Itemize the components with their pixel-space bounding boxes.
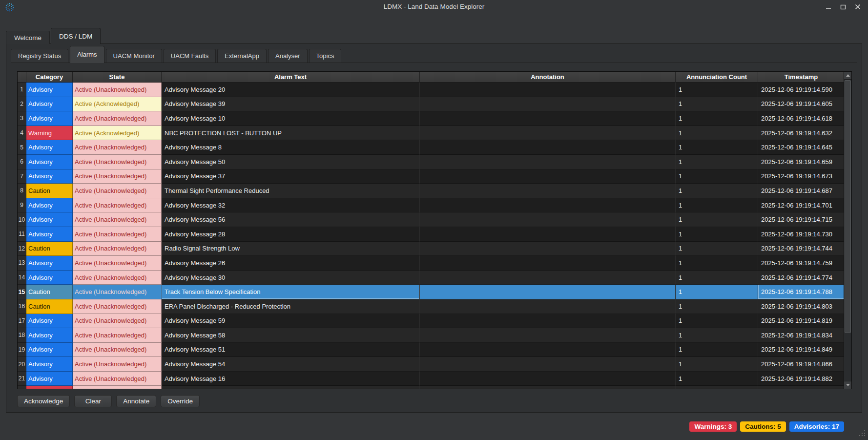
state-cell[interactable]: Active (Unacknowledged) xyxy=(73,198,162,213)
row-number-cell[interactable]: 19 xyxy=(18,343,26,357)
state-cell[interactable]: Active (Unacknowledged) xyxy=(73,242,162,256)
table-row[interactable]: 13AdvisoryActive (Unacknowledged)Advisor… xyxy=(18,256,851,271)
annunciation-count-cell[interactable]: 1 xyxy=(676,343,758,357)
category-cell[interactable]: Caution xyxy=(26,285,73,299)
scroll-up-icon[interactable] xyxy=(844,72,851,80)
category-cell[interactable]: Caution xyxy=(26,242,73,256)
timestamp-cell[interactable]: 2025-12-06 19:19:14.819 xyxy=(758,314,845,329)
category-cell[interactable]: Advisory xyxy=(26,140,73,155)
category-cell[interactable]: Advisory xyxy=(26,271,73,285)
annotation-cell[interactable] xyxy=(420,242,676,256)
annotation-cell[interactable] xyxy=(420,155,676,169)
annunciation-count-cell[interactable]: 1 xyxy=(676,314,758,329)
category-cell[interactable]: Advisory xyxy=(26,328,73,343)
state-cell[interactable]: Active (Unacknowledged) xyxy=(73,169,162,184)
annunciation-count-cell[interactable]: 1 xyxy=(676,285,758,299)
alarm-text-cell[interactable]: Advisory Message 30 xyxy=(162,271,420,285)
table-row[interactable]: 3AdvisoryActive (Unacknowledged)Advisory… xyxy=(18,111,851,126)
alarm-text-cell[interactable]: Advisory Message 59 xyxy=(162,314,420,329)
annotation-cell[interactable] xyxy=(420,111,676,126)
annunciation-count-cell[interactable]: 1 xyxy=(676,140,758,155)
category-cell[interactable]: Caution xyxy=(26,299,73,314)
state-cell[interactable]: Active (Unacknowledged) xyxy=(73,184,162,198)
alarm-text-cell[interactable]: ERA Panel Discharged - Reduced Protectio… xyxy=(162,299,420,314)
row-number-cell[interactable]: 11 xyxy=(18,227,26,242)
category-cell[interactable]: Advisory xyxy=(26,357,73,372)
timestamp-cell[interactable]: 2025-12-06 19:19:14.701 xyxy=(758,198,845,213)
annunciation-count-cell[interactable]: 1 xyxy=(676,372,758,386)
timestamp-cell[interactable]: 2025-12-06 19:19:14.759 xyxy=(758,256,845,271)
annotation-cell[interactable] xyxy=(420,83,676,97)
state-cell[interactable]: Active (Unacknowledged) xyxy=(73,343,162,357)
category-cell[interactable]: Advisory xyxy=(26,155,73,169)
timestamp-cell[interactable]: 2025-12-06 19:19:14.590 xyxy=(758,83,845,97)
annunciation-count-cell[interactable]: 1 xyxy=(676,184,758,198)
alarm-text-cell[interactable]: Advisory Message 20 xyxy=(162,83,420,97)
annotation-cell[interactable] xyxy=(420,328,676,343)
state-cell[interactable]: Active (Unacknowledged) xyxy=(73,314,162,329)
table-row[interactable]: 14AdvisoryActive (Unacknowledged)Advisor… xyxy=(18,271,851,285)
annotation-cell[interactable] xyxy=(420,271,676,285)
category-cell[interactable]: Caution xyxy=(26,184,73,198)
row-number-cell[interactable]: 4 xyxy=(18,126,26,141)
alarm-text-cell[interactable]: NBC PROTECTION LOST - BUTTON UP xyxy=(162,126,420,141)
timestamp-cell[interactable]: 2025-12-06 19:19:14.866 xyxy=(758,357,845,372)
clear-button[interactable]: Clear xyxy=(74,395,112,407)
alarm-text-cell[interactable]: Advisory Message 8 xyxy=(162,140,420,155)
row-number-cell[interactable]: 14 xyxy=(18,271,26,285)
timestamp-cell[interactable]: 2025-12-06 19:19:14.687 xyxy=(758,184,845,198)
annunciation-count-cell[interactable]: 1 xyxy=(676,256,758,271)
annotation-cell[interactable] xyxy=(420,126,676,141)
table-row[interactable]: 10AdvisoryActive (Unacknowledged)Advisor… xyxy=(18,212,851,227)
alarm-text-cell[interactable]: Advisory Message 37 xyxy=(162,169,420,184)
category-cell[interactable]: Advisory xyxy=(26,227,73,242)
row-number-cell[interactable]: 18 xyxy=(18,328,26,343)
subtab-alarms[interactable]: Alarms xyxy=(70,46,104,63)
row-number-cell[interactable]: 8 xyxy=(18,184,26,198)
annunciation-count-cell[interactable]: 1 xyxy=(676,97,758,112)
alarm-text-cell[interactable]: Radio Signal Strength Low xyxy=(162,242,420,256)
state-cell[interactable]: Active (Unacknowledged) xyxy=(73,357,162,372)
subtab-registry-status[interactable]: Registry Status xyxy=(11,49,68,63)
table-row[interactable]: 18AdvisoryActive (Unacknowledged)Advisor… xyxy=(18,328,851,343)
tab-dds-ldm[interactable]: DDS / LDM xyxy=(51,28,101,44)
annunciation-count-cell[interactable]: 1 xyxy=(676,83,758,97)
timestamp-cell[interactable]: 2025-12-06 19:19:14.618 xyxy=(758,111,845,126)
close-icon[interactable] xyxy=(854,3,861,10)
category-cell[interactable]: Advisory xyxy=(26,212,73,227)
state-cell[interactable]: Active (Unacknowledged) xyxy=(73,227,162,242)
timestamp-cell[interactable]: 2025-12-06 19:19:14.605 xyxy=(758,97,845,112)
column-header-state[interactable]: State xyxy=(73,72,162,83)
alarm-text-cell[interactable]: Thermal Sight Performance Reduced xyxy=(162,184,420,198)
annotation-cell[interactable] xyxy=(420,169,676,184)
annotation-cell[interactable] xyxy=(420,314,676,329)
row-number-cell[interactable]: 21 xyxy=(18,372,26,386)
table-row[interactable]: 7AdvisoryActive (Unacknowledged)Advisory… xyxy=(18,169,851,184)
scroll-down-icon[interactable] xyxy=(844,381,851,389)
vertical-scrollbar[interactable] xyxy=(844,72,851,389)
state-cell[interactable]: Active (Unacknowledged) xyxy=(73,155,162,169)
alarm-text-cell[interactable]: Advisory Message 32 xyxy=(162,198,420,213)
row-number-cell[interactable]: 17 xyxy=(18,314,26,329)
acknowledge-button[interactable]: Acknowledge xyxy=(17,395,70,407)
annunciation-count-cell[interactable]: 1 xyxy=(676,328,758,343)
row-number-cell[interactable]: 9 xyxy=(18,198,26,213)
timestamp-cell[interactable]: 2025-12-06 19:19:14.882 xyxy=(758,372,845,386)
row-number-cell[interactable]: 5 xyxy=(18,140,26,155)
category-cell[interactable]: Advisory xyxy=(26,97,73,112)
timestamp-cell[interactable]: 2025-12-06 19:19:14.673 xyxy=(758,169,845,184)
row-number-cell[interactable]: 10 xyxy=(18,212,26,227)
row-number-cell[interactable]: 20 xyxy=(18,357,26,372)
annotation-cell[interactable] xyxy=(420,227,676,242)
timestamp-cell[interactable]: 2025-12-06 19:19:14.788 xyxy=(758,285,845,299)
table-row[interactable]: 16CautionActive (Unacknowledged)ERA Pane… xyxy=(18,299,851,314)
annunciation-count-cell[interactable]: 1 xyxy=(676,227,758,242)
table-row-partial[interactable] xyxy=(18,386,851,389)
alarm-text-cell[interactable]: Advisory Message 26 xyxy=(162,256,420,271)
alarm-text-cell[interactable]: Track Tension Below Specification xyxy=(162,285,420,299)
annunciation-count-cell[interactable]: 1 xyxy=(676,271,758,285)
alarm-text-cell[interactable] xyxy=(162,386,420,389)
column-header-category[interactable]: Category xyxy=(26,72,73,83)
row-number-cell[interactable]: 6 xyxy=(18,155,26,169)
subtab-analyser[interactable]: Analyser xyxy=(268,49,308,63)
